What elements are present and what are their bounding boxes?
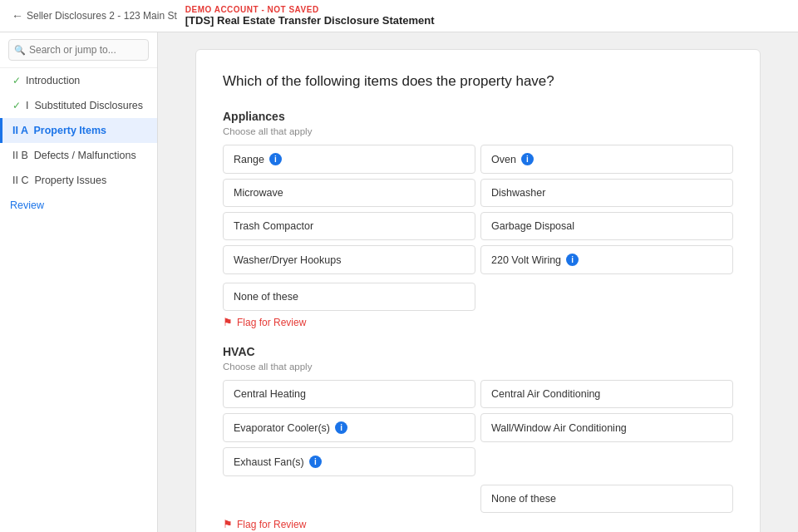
range-info-icon[interactable]: i [269,153,282,165]
checkbox-oven[interactable]: Oven i [480,145,733,174]
flag-review-appliances-label: Flag for Review [237,317,306,328]
section-appliances: Appliances Choose all that apply Range i… [223,110,733,328]
checkbox-central-ac-label: Central Air Conditioning [491,388,600,400]
sidebar-item-label: Introduction [26,75,147,86]
flag-icon-appliances: ⚑ [223,316,233,328]
checkbox-garbage-disposal-label: Garbage Disposal [491,220,574,232]
sidebar-item-property-items[interactable]: II A Property Items [0,118,157,143]
search-icon: 🔍 [14,45,26,56]
checkbox-range[interactable]: Range i [223,145,475,174]
sidebar-item-substituted-disclosures[interactable]: ✓ I Substituted Disclosures [0,93,157,118]
checkbox-central-ac[interactable]: Central Air Conditioning [480,380,733,408]
checkbox-none-hvac[interactable]: None of these [480,485,733,513]
back-label: Seller Disclosures 2 - 123 Main St [27,10,177,22]
checkbox-microwave-label: Microwave [234,187,283,199]
checkbox-trash-compactor[interactable]: Trash Compactor [223,212,475,240]
review-link[interactable]: Review [0,193,157,218]
section-hvac: HVAC Choose all that apply Central Heati… [223,345,733,530]
sidebar: 🔍 ✓ Introduction ✓ I Substituted Disclos… [0,32,158,532]
exhaust-info-icon[interactable]: i [309,456,322,468]
sidebar-item-label: I Substituted Disclosures [26,100,147,111]
checkbox-central-heating[interactable]: Central Heating [223,380,475,408]
hvac-grid: Central Heating Central Air Conditioning… [223,380,733,476]
checkbox-washer-dryer[interactable]: Washer/Dryer Hookups [223,245,475,274]
flag-review-appliances[interactable]: ⚑ Flag for Review [223,316,733,328]
checkbox-evaporator-coolers[interactable]: Evaporator Cooler(s) i [223,413,475,442]
title-area: DEMO ACCOUNT - NOT SAVED [TDS] Real Esta… [185,5,435,27]
check-icon: ✓ [12,100,21,111]
flag-review-hvac[interactable]: ⚑ Flag for Review [223,518,733,530]
main-content: Which of the following items does the pr… [158,32,798,532]
sidebar-item-defects-malfunctions[interactable]: II B Defects / Malfunctions [0,143,157,168]
choose-label-hvac: Choose all that apply [223,362,733,372]
checkbox-washer-dryer-label: Washer/Dryer Hookups [234,254,341,266]
sidebar-item-label: II B Defects / Malfunctions [12,150,147,161]
220-volt-info-icon[interactable]: i [566,254,579,266]
sidebar-item-label: II C Property Issues [12,175,147,186]
checkbox-dishwasher-label: Dishwasher [491,187,545,199]
checkbox-central-heating-label: Central Heating [234,388,306,400]
checkbox-microwave[interactable]: Microwave [223,179,475,207]
checkbox-exhaust-fans-label: Exhaust Fan(s) [234,456,304,468]
checkbox-none-appliances[interactable]: None of these [223,283,475,311]
search-input[interactable] [8,39,149,61]
appliances-grid: Range i Oven i Microwave Dishwasher Tras [223,145,733,274]
section-title-hvac: HVAC [223,345,733,358]
demo-label: DEMO ACCOUNT - NOT SAVED [185,5,435,14]
checkbox-dishwasher[interactable]: Dishwasher [480,179,733,207]
evaporator-info-icon[interactable]: i [335,421,347,434]
checkbox-220-volt[interactable]: 220 Volt Wiring i [480,245,733,274]
checkbox-wall-ac[interactable]: Wall/Window Air Conditioning [480,413,733,442]
sidebar-search-area: 🔍 [0,32,157,68]
back-arrow-icon: ← [12,9,23,22]
back-button[interactable]: ← Seller Disclosures 2 - 123 Main St [12,9,177,22]
check-icon: ✓ [12,75,21,86]
flag-icon-hvac: ⚑ [223,518,233,530]
checkbox-exhaust-fans[interactable]: Exhaust Fan(s) i [223,447,475,476]
checkbox-range-label: Range [234,154,264,165]
checkbox-none-hvac-label: None of these [491,493,556,505]
form-card: Which of the following items does the pr… [195,49,761,532]
checkbox-trash-compactor-label: Trash Compactor [234,220,313,232]
sidebar-item-property-issues[interactable]: II C Property Issues [0,168,157,193]
checkbox-garbage-disposal[interactable]: Garbage Disposal [480,212,733,240]
doc-title: [TDS] Real Estate Transfer Disclosure St… [185,14,435,27]
flag-review-hvac-label: Flag for Review [237,519,306,530]
checkbox-oven-label: Oven [491,154,516,165]
top-bar: ← Seller Disclosures 2 - 123 Main St DEM… [0,0,798,32]
checkbox-none-appliances-label: None of these [234,291,298,303]
oven-info-icon[interactable]: i [521,153,534,165]
section-title-appliances: Appliances [223,110,733,123]
layout: 🔍 ✓ Introduction ✓ I Substituted Disclos… [0,32,798,532]
page-question: Which of the following items does the pr… [223,73,733,90]
checkbox-220-volt-label: 220 Volt Wiring [491,254,561,266]
sidebar-item-introduction[interactable]: ✓ Introduction [0,68,157,93]
checkbox-evaporator-coolers-label: Evaporator Cooler(s) [234,422,330,434]
sidebar-item-label: II A Property Items [12,125,147,136]
checkbox-wall-ac-label: Wall/Window Air Conditioning [491,422,627,434]
choose-label-appliances: Choose all that apply [223,126,733,136]
